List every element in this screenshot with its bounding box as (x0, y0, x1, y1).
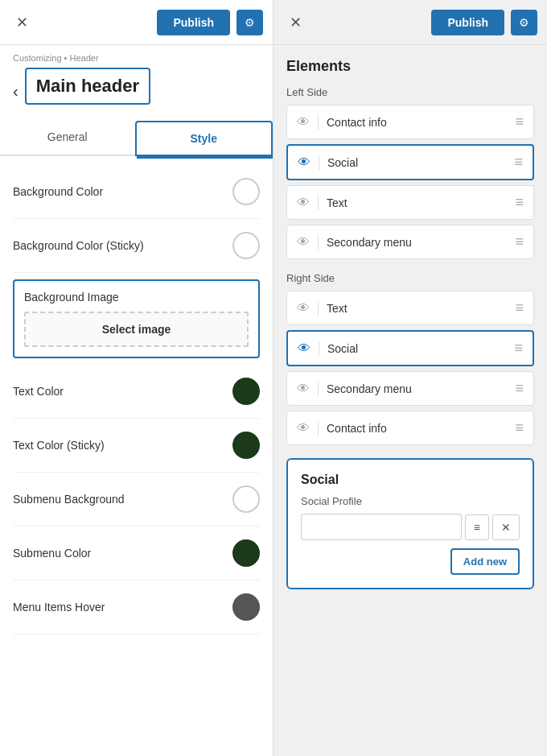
left-gear-button[interactable]: ⚙ (236, 10, 263, 35)
drag-handle-social-right[interactable]: ≡ (514, 340, 523, 357)
text-color-toggle[interactable] (232, 378, 260, 405)
element-text-right[interactable]: 👁 Text ≡ (286, 291, 534, 325)
text-color-sticky-toggle[interactable] (232, 432, 260, 459)
menu-items-hover-label: Menu Items Hover (13, 601, 232, 613)
left-topbar: ✕ Publish ⚙ (0, 0, 273, 45)
tab-style[interactable]: Style (135, 121, 274, 156)
eye-icon-secondary-menu-left[interactable]: 👁 (297, 235, 310, 250)
add-new-button[interactable]: Add new (450, 548, 520, 575)
submenu-color-label: Submenu Color (13, 547, 232, 560)
submenu-color-toggle[interactable] (232, 539, 260, 567)
element-secondary-menu-right-label: Secondary menu (327, 382, 515, 395)
social-card: Social Social Profile ≡ ✕ Add new (286, 458, 534, 589)
element-text-left-label: Text (327, 196, 515, 209)
submenu-color-row: Submenu Color (13, 527, 260, 580)
element-text-left[interactable]: 👁 Text ≡ (286, 185, 534, 220)
element-contact-info[interactable]: 👁 Contact info ≡ (286, 105, 534, 139)
page-title: Main header (25, 68, 150, 105)
eye-icon-contact-info-right[interactable]: 👁 (297, 421, 310, 436)
social-close-button[interactable]: ✕ (492, 514, 520, 540)
right-side-items: 👁 Text ≡ 👁 Social ≡ 👁 Secondary menu ≡ (286, 291, 534, 445)
drag-handle-contact-info-right[interactable]: ≡ (515, 419, 524, 436)
left-publish-button[interactable]: Publish (157, 10, 230, 35)
elements-title: Elements (286, 58, 534, 75)
left-header: Customizing • Header ‹ Main header (0, 45, 273, 121)
submenu-background-toggle[interactable] (232, 485, 260, 513)
drag-handle-contact-info[interactable]: ≡ (515, 114, 524, 130)
element-secondary-menu-left[interactable]: 👁 Secondary menu ≡ (286, 225, 534, 259)
eye-icon-contact-info[interactable]: 👁 (297, 115, 310, 130)
background-color-sticky-label: Background Color (Sticky) (13, 239, 232, 252)
social-card-footer: Add new (301, 548, 520, 575)
breadcrumb: Customizing • Header (13, 53, 260, 63)
social-profile-input[interactable] (301, 514, 462, 540)
right-publish-button[interactable]: Publish (431, 10, 504, 35)
submenu-background-label: Submenu Background (13, 493, 232, 506)
element-contact-info-right[interactable]: 👁 Contact info ≡ (286, 411, 534, 445)
right-gear-button[interactable]: ⚙ (511, 10, 537, 35)
background-color-toggle[interactable] (232, 178, 260, 205)
drag-handle-secondary-menu-right[interactable]: ≡ (515, 380, 524, 397)
background-image-label: Background Image (24, 291, 249, 304)
left-side-items: 👁 Contact info ≡ 👁 Social ≡ 👁 Text ≡ (286, 105, 534, 259)
tabs: General Style (0, 121, 273, 156)
background-color-label: Background Color (13, 185, 232, 198)
background-color-sticky-toggle[interactable] (232, 232, 260, 259)
text-color-sticky-label: Text Color (Sticky) (13, 439, 232, 452)
element-social-right-label: Social (327, 342, 514, 355)
menu-items-hover-toggle[interactable] (232, 593, 260, 621)
social-profile-label: Social Profile (301, 495, 520, 507)
text-color-label: Text Color (13, 385, 232, 398)
select-image-button[interactable]: Select image (24, 312, 249, 347)
social-menu-button[interactable]: ≡ (465, 514, 489, 540)
background-color-row: Background Color (13, 165, 260, 219)
eye-icon-secondary-menu-right[interactable]: 👁 (297, 382, 310, 396)
element-text-right-label: Text (327, 302, 515, 315)
eye-icon-social-left[interactable]: 👁 (298, 155, 311, 170)
left-panel: ✕ Publish ⚙ Customizing • Header ‹ Main … (0, 0, 274, 756)
left-close-button[interactable]: ✕ (10, 10, 35, 35)
background-image-box: Background Image Select image (13, 279, 260, 358)
right-side-label: Right Side (286, 272, 534, 284)
drag-handle-social-left[interactable]: ≡ (514, 154, 523, 171)
element-secondary-menu-right[interactable]: 👁 Secondary menu ≡ (286, 371, 534, 406)
right-topbar: ✕ Publish ⚙ (274, 0, 547, 45)
menu-items-hover-row: Menu Items Hover (13, 580, 260, 634)
element-contact-info-label: Contact info (327, 116, 515, 129)
right-content: Elements Left Side 👁 Contact info ≡ 👁 So… (274, 45, 547, 756)
text-color-row: Text Color (13, 365, 260, 419)
right-panel: ✕ Publish ⚙ Elements Left Side 👁 Contact… (274, 0, 547, 756)
text-color-sticky-row: Text Color (Sticky) (13, 419, 260, 473)
element-contact-info-right-label: Contact info (327, 422, 515, 435)
social-card-title: Social (301, 473, 520, 487)
background-color-sticky-row: Background Color (Sticky) (13, 219, 260, 273)
left-side-label: Left Side (286, 86, 534, 98)
eye-icon-text-left[interactable]: 👁 (297, 196, 310, 210)
back-button[interactable]: ‹ (13, 82, 19, 101)
drag-handle-text-right[interactable]: ≡ (515, 300, 524, 316)
element-social-right[interactable]: 👁 Social ≡ (286, 330, 534, 366)
tab-general[interactable]: General (0, 121, 135, 156)
eye-icon-social-right[interactable]: 👁 (298, 341, 311, 356)
drag-handle-secondary-menu-left[interactable]: ≡ (515, 233, 524, 250)
right-close-button[interactable]: ✕ (283, 10, 308, 35)
submenu-background-row: Submenu Background (13, 473, 260, 527)
drag-handle-text-left[interactable]: ≡ (515, 194, 524, 211)
element-social-left[interactable]: 👁 Social ≡ (286, 144, 534, 180)
left-settings: Background Color Background Color (Stick… (0, 159, 273, 756)
eye-icon-text-right[interactable]: 👁 (297, 301, 310, 316)
element-secondary-menu-left-label: Secondary menu (327, 236, 515, 249)
social-input-row: ≡ ✕ (301, 514, 520, 540)
element-social-left-label: Social (327, 156, 514, 169)
